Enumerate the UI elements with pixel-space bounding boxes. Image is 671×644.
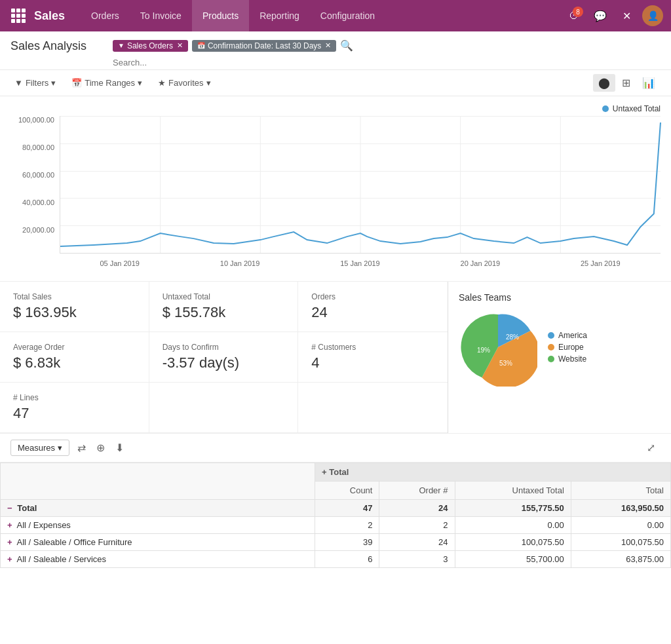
expenses-count: 2 [315,517,379,534]
filter-tag-date[interactable]: 📅 Confirmation Date: Last 30 Days ✕ [192,40,336,52]
data-table: + + Total Total Count Order # Untaxed To… [0,463,671,568]
stat-total-sales: Total Sales $ 163.95k [0,282,149,332]
europe-dot [548,344,554,350]
stat-empty-2 [298,383,448,433]
furniture-label: + All / Saleable / Office Furniture [1,534,315,551]
legend-dot [602,105,609,112]
fullscreen-button[interactable]: ⤢ [642,439,661,457]
favorites-label: Favorites [168,78,203,88]
nav-to-invoice[interactable]: To Invoice [130,0,192,31]
yaxis-100k: 100,000.00 [18,116,54,124]
stat-days-confirm: Days to Confirm -3.57 day(s) [149,332,299,383]
chart-legend: Untaxed Total [10,104,661,113]
search-area: ▼ Sales Orders ✕ 📅 Confirmation Date: La… [113,39,661,69]
grid-menu-icon[interactable] [8,5,29,26]
total-total: 163,950.50 [571,500,670,517]
measures-button[interactable]: Measures ▾ [10,440,69,456]
avatar[interactable]: 👤 [642,5,663,26]
chat-icon[interactable]: 💬 [590,5,611,26]
page-header: Sales Analysis ▼ Sales Orders ✕ 📅 Confir… [0,31,671,70]
xaxis-jan25: 25 Jan 2019 [581,259,621,267]
download-icon[interactable]: ⬇ [113,439,126,457]
search-input[interactable] [113,56,244,69]
yaxis-40k: 40,000.00 [22,199,54,206]
chart-view-button[interactable]: ⬤ [593,74,615,92]
nav-reporting[interactable]: Reporting [249,0,310,31]
stat-orders-label: Orders [311,292,434,301]
collapse-icon[interactable]: − [7,503,12,513]
nav-configuration[interactable]: Configuration [310,0,385,31]
pie-chart-svg: 28% 53% 19% [459,308,537,387]
table-row-expenses: + All / Expenses 2 2 0.00 0.00 [1,517,671,534]
expand-expenses-icon[interactable]: + [7,520,12,530]
services-untaxed: 55,700.00 [455,551,571,568]
table-view-button[interactable]: ⊞ [617,74,636,92]
stat-total-sales-value: $ 163.95k [13,304,136,321]
stat-avg-order: Average Order $ 6.83k [0,332,149,383]
table-row-services: + All / Saleable / Services 6 3 55,700.0… [1,551,671,568]
view-buttons: ⬤ ⊞ 📊 [593,74,661,92]
services-total: 63,875.00 [571,551,670,568]
yaxis-20k: 20,000.00 [22,226,54,234]
col-order: Order # [379,482,455,500]
stat-untaxed-value: $ 155.78k [163,304,285,321]
bar-view-button[interactable]: 📊 [637,74,661,92]
total-untaxed: 155,775.50 [455,500,571,517]
stat-lines-value: 47 [13,405,136,422]
page-title: Sales Analysis [10,39,102,61]
filters-label: Filters [26,78,48,88]
favorites-button[interactable]: ★ Favorites ▾ [154,75,214,90]
chart-container: 100,000.00 80,000.00 60,000.00 40,000.00… [10,116,661,273]
stat-lines: # Lines 47 [0,383,149,433]
filter-remove-icon[interactable]: ✕ [177,41,183,50]
col-total: Total [571,482,670,500]
legend-america: America [548,331,587,340]
stats-grid: Total Sales $ 163.95k Untaxed Total $ 15… [0,282,448,433]
chart-xaxis: 05 Jan 2019 10 Jan 2019 15 Jan 2019 20 J… [60,254,661,273]
nav-orders[interactable]: Orders [81,0,130,31]
legend-website: Website [548,354,587,364]
table-container: + + Total Total Count Order # Untaxed To… [0,463,671,568]
navbar: Sales Orders To Invoice Products Reporti… [0,0,671,31]
star-icon: ★ [158,78,166,88]
nav-menu: Orders To Invoice Products Reporting Con… [81,0,564,31]
measures-label: Measures [18,443,55,453]
america-dot [548,332,554,339]
yaxis-60k: 60,000.00 [22,171,54,179]
services-count: 6 [315,551,379,568]
legend-label: Untaxed Total [613,104,661,113]
total-count: 47 [315,500,379,517]
svg-text:28%: 28% [506,333,519,341]
expand-all-icon[interactable]: ⊕ [94,439,107,457]
nav-products[interactable]: Products [192,0,249,31]
pie-legend: America Europe Website [548,331,587,364]
xaxis-jan5: 05 Jan 2019 [100,259,140,267]
app-brand: Sales [34,9,65,23]
time-ranges-label: Time Ranges [85,78,135,88]
chart-plot [60,116,661,254]
time-ranges-button[interactable]: 📅 Time Ranges ▾ [67,75,146,90]
expand-furniture-icon[interactable]: + [7,537,12,547]
settings-icon[interactable]: ✕ [616,5,637,26]
filter-date-remove-icon[interactable]: ✕ [325,41,331,50]
stat-avg-label: Average Order [13,343,136,352]
search-button[interactable]: 🔍 [340,39,353,52]
col-untaxed: Untaxed Total [455,482,571,500]
pie-area: 28% 53% 19% America Europe Websi [459,308,661,387]
expand-services-icon[interactable]: + [7,554,12,564]
stats-area: Total Sales $ 163.95k Untaxed Total $ 15… [0,282,671,434]
stat-customers-label: # Customers [311,343,434,352]
columns-icon[interactable]: ⇄ [75,439,88,457]
filters-button[interactable]: ▼ Filters ▾ [10,75,60,90]
notification-badge: 8 [573,7,583,17]
clock-icon[interactable]: ⏱ 8 [564,5,585,26]
calendar2-icon: 📅 [71,78,82,88]
furniture-order: 24 [379,534,455,551]
stat-days-label: Days to Confirm [163,343,285,352]
sales-teams-panel: Sales Teams 28% 53% 19% [448,282,671,433]
stat-total-sales-label: Total Sales [13,292,136,301]
filter-tag-sales-orders[interactable]: ▼ Sales Orders ✕ [113,40,188,52]
xaxis-jan20: 20 Jan 2019 [461,259,501,267]
stat-customers: # Customers 4 [298,332,448,383]
europe-label: Europe [558,343,584,352]
